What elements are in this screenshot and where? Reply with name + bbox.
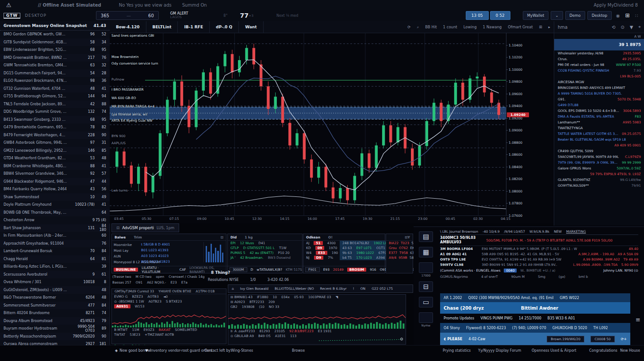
menu-item-summary[interactable]: Summd On	[182, 3, 207, 8]
alert-row[interactable]: GrouO762EK	[386, 246, 413, 250]
dom-sell-row[interactable]: NJD97%	[303, 255, 340, 260]
status-item[interactable]: Wing-Stones	[229, 349, 253, 353]
symbol-row[interactable]: GT32 Gunnison Waterford, 4704 5847 48 41	[0, 85, 110, 93]
strip-tool-icon[interactable]	[419, 312, 433, 323]
quotes-footer-item[interactable]: KTM 517S	[286, 268, 302, 272]
symbol-row[interactable]: GITB Sundqvist Goldenmoor, 4GBL 2981 58 …	[0, 38, 110, 46]
symbol-row[interactable]: GWM Tennswhistle Bremton, GM4B 3256 63 3…	[0, 61, 110, 69]
symbol-row[interactable]: Scersussano Averbuterol 9 61	[0, 271, 110, 279]
feed-item[interactable]: 59AO29BTL99 JAYW9L 909T9 A9 99L C.L979Z9	[554, 154, 644, 160]
symbol-row[interactable]: Lambert-Grunewald Borsuk 70 84	[0, 247, 110, 255]
order-book[interactable]: t 5B/GB 8 D 4901B01 L023 41393A03 1023 4…	[141, 242, 174, 265]
blotter-row-2[interactable]: Chase (200 dryzBittiml Awdner	[440, 302, 630, 314]
blotter-row-1[interactable]: AR 1.2002Q002 (300 MW98/9029/05A0 Amst. …	[440, 293, 630, 302]
target-icon[interactable]: ⌖	[638, 24, 641, 30]
symbol-row[interactable]: Chagg Herald 64 81	[0, 255, 110, 263]
chart-toolbar-button[interactable]: BELTLint	[146, 21, 178, 33]
chart-toolbar-item[interactable]: 1 count	[443, 25, 457, 29]
feed-item[interactable]: Wholesaler yesterday /4/98 2935.5995	[554, 50, 644, 56]
dom-sell-row[interactable]: W4E33190	[303, 250, 340, 255]
chart-toolbar-item[interactable]: Lowing	[464, 25, 477, 29]
feed-highlight-band[interactable]: 39 1 8975	[554, 39, 644, 50]
chart-toolbar-item[interactable]: ⟳	[407, 25, 410, 29]
symbol-row[interactable]: Buyram moodier Hydrostream 9990-504 O703…	[0, 325, 110, 333]
symbol-row[interactable]: GM22 Laneswood Billingsly, 2952 5925 146…	[0, 147, 110, 155]
order-panel-header[interactable]: Balwe Trim ⊡	[112, 234, 226, 241]
order-book-row[interactable]: W01 1023 41B23	[141, 259, 174, 265]
order-book-row[interactable]: A03 1023 41023	[141, 253, 174, 259]
menu-button[interactable]: MyWallet	[523, 11, 549, 20]
dom-footer-item[interactable]: F901	[305, 267, 320, 272]
alerts-icon[interactable]: ⊟Y	[405, 235, 410, 239]
account-label[interactable]: Apply MyDividend 8	[594, 3, 638, 8]
chart-toolbar-item[interactable]: ▸	[548, 25, 550, 29]
status-item[interactable]: New House	[618, 349, 640, 353]
feed-item[interactable]: CR499 GJUTY9L 5099	[554, 148, 644, 154]
symbol-row[interactable]: BOWB GB ONE Thornbrook, May, STA/weederb…	[0, 209, 110, 217]
blotter-row-4[interactable]: O4 StonyFlyweed) 8 5200-6223(7) 940; L00…	[440, 323, 630, 333]
dom-footer-item[interactable]: BROSIM	[347, 268, 367, 272]
symbol-row[interactable]: B6M Cranborne Whistlegate, 4BG4 9624 88 …	[0, 162, 110, 170]
feed-item[interactable]: DMA A Fausts ESTATAL 9% AMTEA F83	[554, 114, 644, 119]
symbol-row[interactable]: BM4 Fairbanks Quarry Hollow, 2464 43 56	[0, 185, 110, 193]
quote-row[interactable]: JA '42 Broadman.BW3 Doswind	[228, 255, 302, 260]
quote-row[interactable]: GTLPD GTATISST7.501 LT1W	[228, 246, 302, 250]
range-selector[interactable]: 365 — 60	[96, 11, 159, 20]
strip-tool-icon[interactable]	[419, 262, 433, 273]
news-header-cell[interactable]: MARKETING	[566, 230, 586, 234]
watch-toolbar-item[interactable]: ⌂	[232, 287, 234, 291]
symbol-row[interactable]: EBW Lindenwasser Brighton, 52G2 4254 68 …	[0, 46, 110, 54]
tick-left-tab[interactable]: YHIIAYE OVEN BTXE	[158, 289, 191, 293]
alert-row[interactable]: BIA22T02352	[386, 241, 413, 246]
strip-tool-icon[interactable]: ▦	[419, 247, 433, 257]
symbol-row[interactable]: GTD4 Weatherford Grantham, 8274 2254 53 …	[0, 154, 110, 162]
symbol-row[interactable]: DG15 Gummersbach Fairport, 944A 6382 54 …	[0, 69, 110, 77]
menu-button[interactable]: Desktop	[587, 11, 612, 20]
symbol-row[interactable]: Shaw Summerstead 10 49	[0, 193, 110, 201]
status-item[interactable]: Openness Used & Airport	[530, 349, 576, 353]
status-item[interactable]: Congratulations	[587, 349, 617, 353]
strip-tool-icon[interactable]: ▤	[419, 231, 433, 242]
menu-button[interactable]: Demo	[565, 11, 585, 20]
feed-item[interactable]: A9 409 95 0901	[554, 142, 644, 148]
symbol-row[interactable]: Approachlift Greyshadow, 911004 76	[0, 240, 110, 248]
filter-icon[interactable]: ▼	[630, 25, 633, 30]
news-header-cell[interactable]: \ LBL Journal Brownson	[440, 230, 478, 234]
price-axis[interactable]: 1.104001.102001.100001.098001.096001.094…	[506, 33, 554, 215]
strip-tool-icon[interactable]: ▭	[419, 297, 433, 307]
symbol-row[interactable]: ELGO Ruwenzori Brockmann, 47NL 4042 98 3…	[0, 77, 110, 85]
strip-tool-icon[interactable]: ⊟	[419, 281, 433, 292]
news-header-cell[interactable]: W.9/LN.9.Bk	[529, 230, 549, 234]
symbol-row[interactable]: G944 Blackwater Ridgemont, 9464 2925 47 …	[0, 178, 110, 186]
watch-toolbar-item[interactable]: Recent B 6.0byr	[320, 287, 347, 291]
news-lead-row[interactable]: 3400MC3 50/9L03 AMBULV03 500/5ML F070B P…	[440, 235, 638, 246]
feed-item[interactable]: Galore GPRUS Wons 5097/9L.0 59Z	[554, 165, 644, 171]
blotter-input-b[interactable]: C0008 50	[590, 336, 614, 342]
menu-button[interactable]: ⌄	[551, 11, 563, 20]
blotter-row-5[interactable]: ¢ PLEASE 4-02-Caw Brown.199/W6/20 C0008 …	[440, 333, 630, 346]
feed-item[interactable]: G499 D7L88	[554, 102, 644, 108]
watch-toolbar-item[interactable]: !	[353, 287, 354, 291]
feed-item[interactable]: GLANTIL 91D99T9Z 99.G L49/9w	[554, 177, 644, 183]
symbol-row[interactable]: Bart Shaw Johansson 131 84 180	[0, 224, 110, 232]
menu-item-view[interactable]: No Yes you we view ads	[119, 3, 172, 8]
symbol-row[interactable]: G479 Brentwhistle Gormann, 6954 7432 78 …	[0, 123, 110, 131]
time-button-a[interactable]: 13 05	[466, 11, 489, 20]
dom-header[interactable]: Odkean O!	[303, 234, 385, 241]
feed-item[interactable]: GO9YT9L90LS09** 79/91	[554, 183, 644, 188]
blotter-row-3[interactable]: Promote UpdatesVINGS PUNM PWG14 251/7000…	[440, 314, 630, 323]
news-row[interactable]: 3M B0OMA LF004 E90 M0T097 M9MLA 9 94* 5.…	[440, 246, 638, 251]
dom-footer-item[interactable]: E93	[323, 268, 330, 272]
feed-item[interactable]: Beater BL GLETWLNL-5AGM wqs SP19 L8	[554, 137, 644, 142]
symbol-row[interactable]: Betterdy Massachondroplasm 7909/G2020 90	[0, 333, 110, 341]
news-row[interactable]: A1 09 A0G) 41 59B A99 O95 91 B195 -42. 4…	[440, 251, 638, 257]
symbol-row[interactable]: BMO Gordon GBPNOK worth, GWN 7581 96 52	[0, 31, 110, 38]
symbol-row[interactable]: Billiards-Kong Aztec LiFion, L PG(s) Gil…	[0, 263, 110, 271]
panel-expand-icon[interactable]: ⊡	[221, 235, 223, 239]
feed-item[interactable]: 59 79% E9P9L9 4T93L 9. L93Z	[554, 171, 644, 177]
status-item[interactable]: Browse	[290, 349, 305, 353]
quotes-footer-item[interactable]: wTATAAWLX(B?	[257, 268, 282, 272]
symbol-row[interactable]: BMD Greenwaldt Brattner, 8WN2 4562 217 7…	[0, 54, 110, 62]
status-item[interactable]: Prying statistics	[441, 349, 471, 353]
dom-footer-item[interactable]: 916	[370, 268, 376, 272]
